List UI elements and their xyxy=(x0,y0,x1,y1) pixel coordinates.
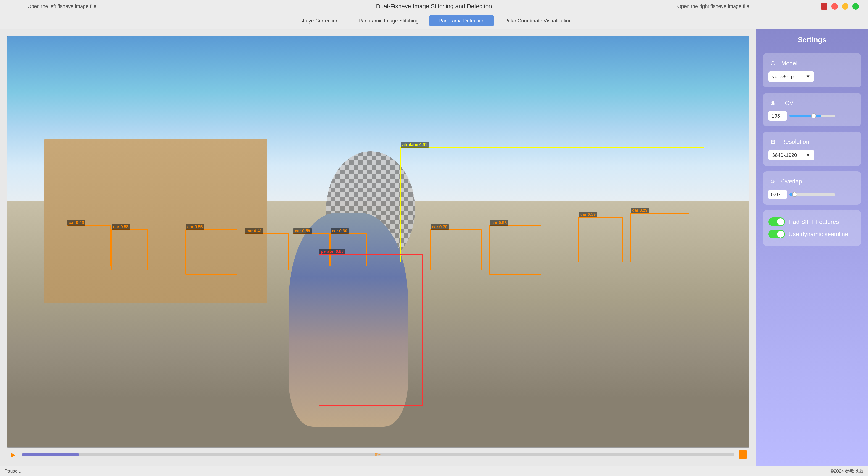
overlap-control xyxy=(769,190,856,199)
chevron-down-icon-resolution: ▼ xyxy=(805,152,810,158)
resolution-row: ⊞ Resolution xyxy=(769,137,856,146)
progress-fill xyxy=(22,453,79,456)
detection-car-1: car 0.43 xyxy=(67,225,111,266)
status-bar: Pause... ©2024 参数以后 xyxy=(0,466,868,476)
open-right-button[interactable]: Open the right fisheye image file xyxy=(677,3,749,9)
detection-car-4: car 0.41 xyxy=(245,233,289,271)
fov-slider[interactable] xyxy=(789,115,835,117)
det-label-car-5: car 0.59 xyxy=(293,228,311,234)
chevron-down-icon: ▼ xyxy=(805,74,810,80)
det-label-car-4: car 0.41 xyxy=(245,228,263,234)
overlap-label: Overlap xyxy=(781,178,856,185)
det-label-airplane: airplane 0.51 xyxy=(401,142,429,148)
fov-icon: ◉ xyxy=(769,98,778,107)
model-value: yolov8n.pt xyxy=(772,74,795,80)
model-label: Model xyxy=(781,60,856,67)
overlap-slider[interactable] xyxy=(789,193,835,196)
tab-polar[interactable]: Polar Coordinate Visualization xyxy=(495,15,581,27)
overlap-icon: ⟳ xyxy=(769,177,778,186)
model-dropdown[interactable]: yolov8n.pt ▼ xyxy=(769,71,814,82)
model-row: ⬡ Model xyxy=(769,59,856,68)
stop-button[interactable] xyxy=(739,450,747,459)
panorama-bg: car 0.43 car 0.58 car 0.55 car 0.41 car … xyxy=(7,36,749,447)
app-title: Dual-Fisheye Image Stitching and Detecti… xyxy=(376,3,492,10)
open-left-button[interactable]: Open the left fisheye image file xyxy=(27,3,96,9)
progress-area: ▶ 8% xyxy=(7,448,749,462)
model-section: ⬡ Model yolov8n.pt ▼ xyxy=(763,53,861,87)
model-icon: ⬡ xyxy=(769,59,778,68)
resolution-label: Resolution xyxy=(781,138,856,145)
status-text: Pause... xyxy=(5,469,21,474)
left-panel: car 0.43 car 0.58 car 0.55 car 0.41 car … xyxy=(0,29,756,466)
detection-person: person 0.83 xyxy=(319,254,423,406)
det-label-car-6: car 0.30 xyxy=(331,228,349,234)
tab-fisheye[interactable]: Fisheye Correction xyxy=(287,15,348,27)
copyright-text: ©2024 参数以后 xyxy=(830,468,863,474)
overlap-row: ⟳ Overlap xyxy=(769,177,856,186)
resolution-value: 3840x1920 xyxy=(772,152,797,158)
fov-label: FOV xyxy=(781,99,856,106)
minimize-button[interactable] xyxy=(842,3,848,9)
overlap-input[interactable] xyxy=(769,190,787,199)
detection-car-2: car 0.58 xyxy=(111,229,148,271)
tab-bar: Fisheye Correction Panoramic Image Stitc… xyxy=(0,13,868,29)
overlap-section: ⟳ Overlap xyxy=(763,171,861,205)
play-button[interactable]: ▶ xyxy=(9,450,17,459)
detection-airplane: airplane 0.51 xyxy=(400,147,704,262)
settings-title: Settings xyxy=(763,36,861,44)
fov-section: ◉ FOV 193 xyxy=(763,93,861,126)
resolution-icon: ⊞ xyxy=(769,137,778,146)
title-bar: Open the left fisheye image file Dual-Fi… xyxy=(0,0,868,13)
fov-input[interactable]: 193 xyxy=(769,111,787,121)
resolution-section: ⊞ Resolution 3840x1920 ▼ xyxy=(763,132,861,166)
toggles-section: Had SIFT Features Use dynamic seamline xyxy=(763,210,861,246)
det-label-car-1: car 0.43 xyxy=(67,220,85,226)
sift-label: Had SIFT Features xyxy=(788,218,856,225)
resolution-dropdown[interactable]: 3840x1920 ▼ xyxy=(769,150,814,160)
image-container: car 0.43 car 0.58 car 0.55 car 0.41 car … xyxy=(7,36,749,448)
seamline-label: Use dynamic seamline xyxy=(788,231,856,238)
progress-track[interactable]: 8% xyxy=(22,453,734,456)
window-controls xyxy=(821,3,859,9)
tab-detection[interactable]: Panorama Detection xyxy=(429,15,494,27)
detection-car-3: car 0.55 xyxy=(185,229,237,275)
sift-toggle[interactable] xyxy=(769,218,785,226)
seamline-toggle[interactable] xyxy=(769,230,785,239)
seamline-toggle-row: Use dynamic seamline xyxy=(769,228,856,240)
gear-button[interactable] xyxy=(821,3,827,9)
settings-panel: Settings ⬡ Model yolov8n.pt ▼ ◉ FOV 193 xyxy=(756,29,868,466)
sift-toggle-row: Had SIFT Features xyxy=(769,216,856,228)
main-content: car 0.43 car 0.58 car 0.55 car 0.41 car … xyxy=(0,29,868,466)
fov-control: 193 xyxy=(769,111,856,121)
fov-row: ◉ FOV xyxy=(769,98,856,107)
maximize-button[interactable] xyxy=(852,3,859,9)
det-label-car-3: car 0.55 xyxy=(186,224,204,230)
det-label-person: person 0.83 xyxy=(319,249,345,254)
det-label-car-2: car 0.58 xyxy=(112,224,130,230)
close-button[interactable] xyxy=(832,3,838,9)
tab-panoramic[interactable]: Panoramic Image Stitching xyxy=(349,15,428,27)
progress-time: 8% xyxy=(375,452,381,457)
